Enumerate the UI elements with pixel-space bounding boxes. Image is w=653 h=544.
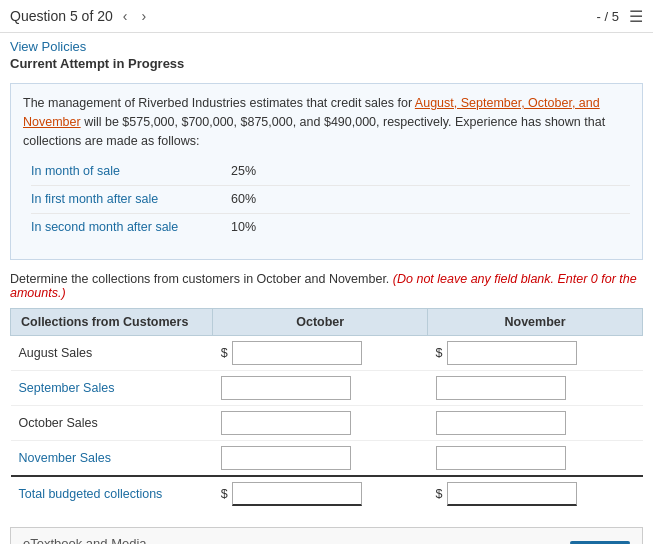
input-oct-september[interactable] — [221, 376, 351, 400]
row-oct-october — [213, 405, 428, 440]
sub-header: View Policies Current Attempt in Progres… — [0, 33, 653, 75]
table-row-total: Total budgeted collections $ $ — [11, 476, 643, 511]
content-area: The management of Riverbed Industries es… — [0, 75, 653, 544]
instruction-main: Determine the collections from customers… — [10, 272, 393, 286]
next-question-button[interactable]: › — [137, 6, 150, 26]
header-left: Question 5 of 20 ‹ › — [10, 6, 150, 26]
score-label: - / 5 — [597, 9, 619, 24]
row-oct-august: $ — [213, 335, 428, 370]
table-row-october: October Sales — [11, 405, 643, 440]
row-label-october: October Sales — [11, 405, 213, 440]
schedule-value-2: 60% — [231, 190, 256, 209]
schedule-label-3: In second month after sale — [31, 218, 231, 237]
row-nov-august: $ — [428, 335, 643, 370]
row-nov-november — [428, 440, 643, 476]
input-oct-november[interactable] — [221, 446, 351, 470]
collections-table: Collections from Customers October Novem… — [10, 308, 643, 511]
schedule-value-1: 25% — [231, 162, 256, 181]
row-nov-october — [428, 405, 643, 440]
row-label-september: September Sales — [11, 370, 213, 405]
view-policies-link[interactable]: View Policies — [10, 39, 86, 54]
input-nov-october[interactable] — [436, 411, 566, 435]
input-nov-september[interactable] — [436, 376, 566, 400]
table-row-november: November Sales — [11, 440, 643, 476]
table-row-september: September Sales — [11, 370, 643, 405]
dollar-nov-august: $ — [436, 346, 443, 360]
row-oct-total: $ — [213, 476, 428, 511]
dollar-nov-total: $ — [436, 487, 443, 501]
schedule-row-3: In second month after sale 10% — [31, 214, 630, 241]
scenario-box: The management of Riverbed Industries es… — [10, 83, 643, 260]
prev-question-button[interactable]: ‹ — [119, 6, 132, 26]
col-header-label: Collections from Customers — [11, 308, 213, 335]
scenario-text-2: will be $575,000, $700,000, $875,000, an… — [23, 115, 605, 148]
input-oct-total[interactable] — [232, 482, 362, 506]
schedule-label-2: In first month after sale — [31, 190, 231, 209]
row-nov-september — [428, 370, 643, 405]
footer-label: eTextbook and Media — [23, 536, 147, 545]
attempt-label: Current Attempt in Progress — [10, 56, 643, 71]
footer: eTextbook and Media — [10, 527, 643, 545]
schedule-label-1: In month of sale — [31, 162, 231, 181]
input-nov-total[interactable] — [447, 482, 577, 506]
question-header: Question 5 of 20 ‹ › - / 5 ☰ — [0, 0, 653, 33]
input-nov-november[interactable] — [436, 446, 566, 470]
table-row-august: August Sales $ $ — [11, 335, 643, 370]
list-icon[interactable]: ☰ — [629, 7, 643, 26]
input-oct-august[interactable] — [232, 341, 362, 365]
dollar-oct-total: $ — [221, 487, 228, 501]
scenario-text-1: The management of Riverbed Industries es… — [23, 96, 415, 110]
row-label-november: November Sales — [11, 440, 213, 476]
input-oct-october[interactable] — [221, 411, 351, 435]
schedule-value-3: 10% — [231, 218, 256, 237]
row-oct-september — [213, 370, 428, 405]
header-right: - / 5 ☰ — [597, 7, 643, 26]
question-label: Question 5 of 20 — [10, 8, 113, 24]
instruction: Determine the collections from customers… — [10, 272, 643, 300]
row-nov-total: $ — [428, 476, 643, 511]
row-label-total: Total budgeted collections — [11, 476, 213, 511]
row-oct-november — [213, 440, 428, 476]
input-nov-august[interactable] — [447, 341, 577, 365]
dollar-oct-august: $ — [221, 346, 228, 360]
col-header-october: October — [213, 308, 428, 335]
row-label-august: August Sales — [11, 335, 213, 370]
schedule-row-1: In month of sale 25% — [31, 158, 630, 186]
schedule-table: In month of sale 25% In first month afte… — [31, 158, 630, 240]
col-header-november: November — [428, 308, 643, 335]
schedule-row-2: In first month after sale 60% — [31, 186, 630, 214]
